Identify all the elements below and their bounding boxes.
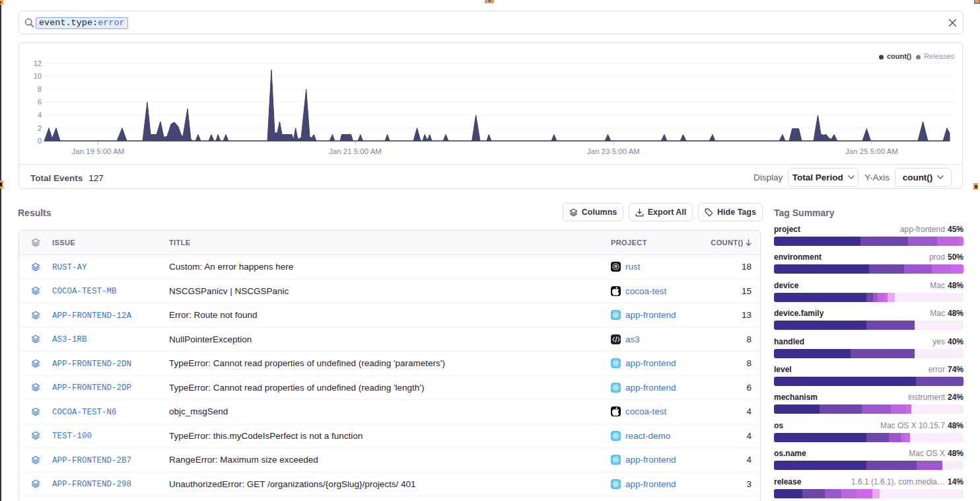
svg-text:R: R — [614, 264, 617, 269]
svg-text:Jan 25 5:00 AM: Jan 25 5:00 AM — [845, 147, 898, 155]
svg-text:10: 10 — [34, 72, 42, 80]
svg-text:Jan 23 5:00 AM: Jan 23 5:00 AM — [587, 147, 640, 155]
svg-text:12: 12 — [34, 59, 42, 67]
svg-text:6: 6 — [38, 98, 42, 106]
svg-text:Jan 21 5:00 AM: Jan 21 5:00 AM — [329, 147, 382, 155]
svg-text:4: 4 — [38, 111, 42, 119]
svg-text:2: 2 — [38, 124, 42, 132]
svg-text:8: 8 — [38, 85, 42, 93]
svg-text:0: 0 — [38, 137, 42, 145]
svg-text:Jan 19 5:00 AM: Jan 19 5:00 AM — [72, 147, 125, 155]
